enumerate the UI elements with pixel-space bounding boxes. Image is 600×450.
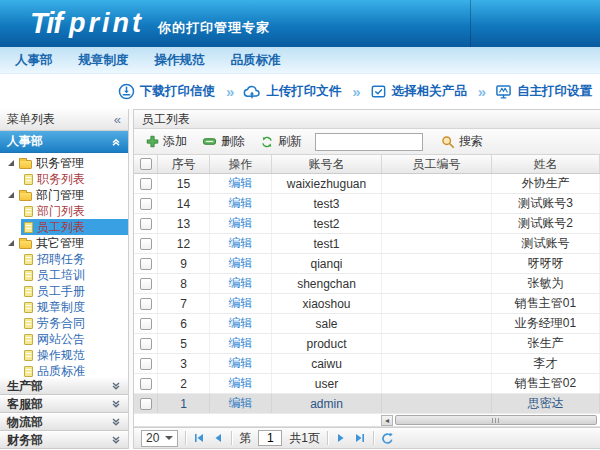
column-header-employee-no[interactable]: 员工编号 <box>382 155 492 173</box>
sidebar-collapse-icon[interactable]: « <box>114 112 121 127</box>
column-header-name[interactable]: 姓名 <box>492 155 600 173</box>
grid-toolbar: 添加 删除 刷新 搜索 <box>134 129 600 155</box>
search-button[interactable]: 搜索 <box>436 133 488 150</box>
tree-item-recruit-task[interactable]: 招聘任务 <box>0 251 128 267</box>
expander-icon[interactable] <box>7 159 15 167</box>
step-select-product[interactable]: 选择相关产品 <box>370 83 467 100</box>
tree-item-employee-training[interactable]: 员工培训 <box>0 267 128 283</box>
edit-link[interactable]: 编辑 <box>229 195 253 212</box>
row-checkbox[interactable] <box>140 178 152 190</box>
table-row[interactable]: 3 编辑 caiwu 李才 <box>134 354 600 374</box>
scroll-left-button[interactable]: ◂ <box>381 415 393 426</box>
table-row[interactable]: 6 编辑 sale 业务经理01 <box>134 314 600 334</box>
select-all-checkbox[interactable] <box>140 158 152 170</box>
expander-icon[interactable] <box>7 239 15 247</box>
tree-folder-department-mgmt[interactable]: 部门管理 <box>0 187 128 203</box>
delete-button[interactable]: 删除 <box>197 133 250 150</box>
table-row-selected[interactable]: 1 编辑 admin 思密达 <box>134 394 600 414</box>
last-page-button[interactable] <box>354 432 366 444</box>
table-row[interactable]: 5 编辑 product 张生产 <box>134 334 600 354</box>
edit-link[interactable]: 编辑 <box>229 295 253 312</box>
nav-item-operations[interactable]: 操作规范 <box>155 52 205 69</box>
table-row[interactable]: 2 编辑 user 销售主管02 <box>134 374 600 394</box>
edit-link[interactable]: 编辑 <box>229 395 253 412</box>
edit-link[interactable]: 编辑 <box>229 275 253 292</box>
sidebar-section-hr[interactable]: 人事部 <box>0 131 128 153</box>
row-checkbox[interactable] <box>140 238 152 250</box>
row-checkbox[interactable] <box>140 258 152 270</box>
page-number-input[interactable] <box>258 430 282 446</box>
table-row[interactable]: 12 编辑 test1 测试账号 <box>134 234 600 254</box>
tree-folder-position-mgmt[interactable]: 职务管理 <box>0 155 128 171</box>
search-input[interactable] <box>315 133 423 151</box>
tree-item-label: 员工列表 <box>37 219 85 236</box>
page-icon <box>24 334 33 345</box>
table-row[interactable]: 9 编辑 qianqi 呀呀呀 <box>134 254 600 274</box>
page-size-select[interactable]: 20 <box>141 430 178 447</box>
nav-item-quality[interactable]: 品质标准 <box>231 52 281 69</box>
edit-link[interactable]: 编辑 <box>229 335 253 352</box>
next-page-button[interactable] <box>335 432 347 444</box>
row-checkbox[interactable] <box>140 298 152 310</box>
edit-link[interactable]: 编辑 <box>229 355 253 372</box>
refresh-button[interactable]: 刷新 <box>255 133 307 150</box>
page-icon <box>24 318 33 329</box>
tree-item-position-list[interactable]: 职务列表 <box>0 171 128 187</box>
reload-button[interactable] <box>381 432 394 445</box>
expander-icon[interactable] <box>7 191 15 199</box>
sidebar-section-service[interactable]: 客服部 <box>0 395 128 413</box>
tree-item-quality[interactable]: 品质标准 <box>0 363 128 377</box>
column-header-no[interactable]: 序号 <box>158 155 210 173</box>
table-row[interactable]: 13 编辑 test2 测试账号2 <box>134 214 600 234</box>
prev-page-button[interactable] <box>212 432 224 444</box>
step-download-messenger[interactable]: 下载打印信使 <box>118 83 215 100</box>
cell-account: product <box>272 334 382 353</box>
table-row[interactable]: 8 编辑 shengchan 张敏为 <box>134 274 600 294</box>
row-checkbox[interactable] <box>140 358 152 370</box>
column-header-action[interactable]: 操作 <box>210 155 272 173</box>
table-row[interactable]: 14 编辑 test3 测试账号3 <box>134 194 600 214</box>
horizontal-scrollbar[interactable]: ◂ <box>134 414 600 427</box>
step-upload-file[interactable]: 上传打印文件 <box>243 83 341 100</box>
sidebar-section-production[interactable]: 生产部 <box>0 377 128 395</box>
edit-link[interactable]: 编辑 <box>229 235 253 252</box>
tree-item-operations[interactable]: 操作规范 <box>0 347 128 363</box>
tree-item-department-list[interactable]: 部门列表 <box>0 203 128 219</box>
first-page-button[interactable] <box>193 432 205 444</box>
table-row[interactable]: 7 编辑 xiaoshou 销售主管01 <box>134 294 600 314</box>
tree-item-employee-list[interactable]: 员工列表 <box>0 219 128 235</box>
add-button[interactable]: 添加 <box>141 133 192 150</box>
edit-link[interactable]: 编辑 <box>229 175 253 192</box>
scrollbar-thumb[interactable] <box>395 415 597 425</box>
row-checkbox[interactable] <box>140 198 152 210</box>
reload-icon <box>381 432 394 445</box>
row-checkbox[interactable] <box>140 218 152 230</box>
tree-item-labor-contract[interactable]: 劳务合同 <box>0 315 128 331</box>
tree-folder-other-mgmt[interactable]: 其它管理 <box>0 235 128 251</box>
nav-item-hr[interactable]: 人事部 <box>15 52 53 69</box>
edit-link[interactable]: 编辑 <box>229 215 253 232</box>
step-print-setup[interactable]: 自主打印设置 <box>495 83 592 100</box>
row-checkbox[interactable] <box>140 278 152 290</box>
tree-item-rules[interactable]: 规章制度 <box>0 299 128 315</box>
last-page-icon <box>354 432 366 444</box>
row-checkbox[interactable] <box>140 338 152 350</box>
nav-item-rules[interactable]: 规章制度 <box>79 52 129 69</box>
edit-link[interactable]: 编辑 <box>229 315 253 332</box>
page-prefix-label: 第 <box>239 430 251 447</box>
row-checkbox[interactable] <box>140 318 152 330</box>
sidebar-section-logistics[interactable]: 物流部 <box>0 413 128 431</box>
table-row[interactable]: 15 编辑 waixiezhuguan 外协生产 <box>134 174 600 194</box>
workflow-steps: 下载打印信使 » 上传打印文件 » 选择相关产品 » 自主打印设置 <box>0 74 600 109</box>
edit-link[interactable]: 编辑 <box>229 375 253 392</box>
edit-link[interactable]: 编辑 <box>229 255 253 272</box>
cell-account: user <box>272 374 382 393</box>
column-header-account[interactable]: 账号名 <box>272 155 382 173</box>
folder-icon <box>19 192 32 201</box>
tree-item-employee-handbook[interactable]: 员工手册 <box>0 283 128 299</box>
tree-item-site-announcement[interactable]: 网站公告 <box>0 331 128 347</box>
row-checkbox[interactable] <box>140 398 152 410</box>
sidebar-section-finance[interactable]: 财务部 <box>0 431 128 449</box>
cell-account: shengchan <box>272 274 382 293</box>
row-checkbox[interactable] <box>140 378 152 390</box>
